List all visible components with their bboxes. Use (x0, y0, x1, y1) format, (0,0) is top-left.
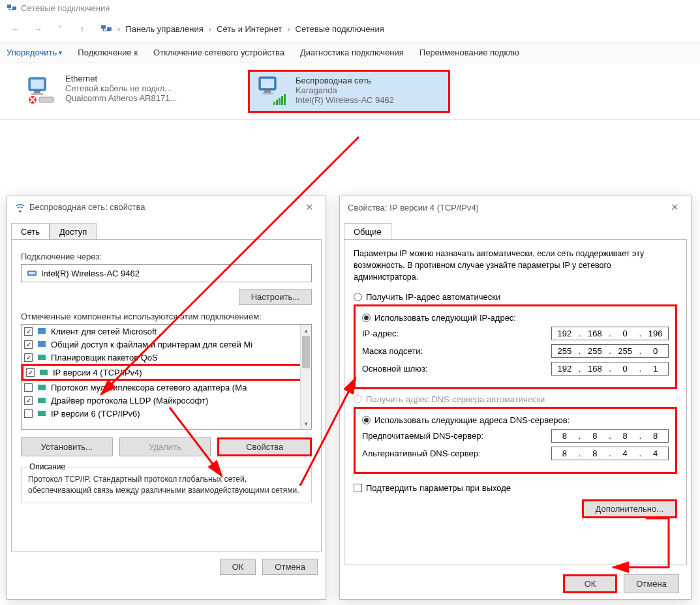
remove-button: Удалить (119, 437, 211, 456)
description-title: Описание (27, 462, 68, 471)
svg-rect-20 (29, 272, 35, 274)
auto-dns-radio: Получить адрес DNS-сервера автоматически (354, 394, 677, 404)
auto-ip-radio[interactable]: Получить IP-адрес автоматически (354, 292, 677, 302)
ok-button[interactable]: ОК (563, 574, 618, 593)
checkbox[interactable]: ✓ (24, 396, 33, 405)
gateway-label: Основной шлюз: (362, 364, 551, 374)
close-button[interactable]: ✕ (301, 201, 318, 213)
wifi-item[interactable]: Беспроводная сеть Karaganda Intel(R) Wir… (248, 70, 450, 113)
info-paragraph: Параметры IP можно назначать автоматичес… (354, 248, 677, 283)
cancel-button[interactable]: Отмена (624, 574, 679, 593)
dns1-input[interactable]: 8.8.8.8 (551, 429, 669, 443)
wifi-icon (15, 202, 25, 213)
dialog-title: Беспроводная сеть: свойства (29, 202, 145, 212)
svg-rect-22 (38, 341, 46, 347)
svg-rect-15 (276, 100, 278, 105)
svg-rect-14 (273, 102, 275, 105)
address-bar[interactable]: › Панель управления › Сеть и Интернет › … (95, 20, 693, 37)
connection-name: Ethernet (65, 74, 177, 83)
manual-dns-group: Использовать следующие адреса DNS-сервер… (354, 407, 677, 474)
checkbox[interactable]: ✓ (24, 340, 33, 349)
svg-rect-7 (31, 93, 43, 95)
device-field[interactable]: Intel(R) Wireless-AC 9462 (21, 264, 312, 282)
ip-label: IP-адрес: (362, 329, 551, 338)
svg-rect-0 (7, 5, 11, 8)
advanced-button[interactable]: Дополнительно... (582, 499, 677, 518)
connection-device: Intel(R) Wireless-AC 9462 (296, 95, 394, 105)
checkbox[interactable] (24, 383, 33, 392)
checkbox[interactable]: ✓ (26, 368, 35, 377)
breadcrumb-item[interactable]: Сеть и Интернет (217, 24, 282, 34)
forward-button[interactable]: → (29, 20, 47, 38)
components-list[interactable]: ✓Клиент для сетей Microsoft ✓Общий досту… (21, 324, 312, 430)
connection-status: Karaganda (296, 85, 394, 95)
connect-menu[interactable]: Подключение к (78, 48, 138, 57)
dns2-label: Альтернативный DNS-сервер: (362, 449, 551, 458)
dns2-input[interactable]: 8.8.4.4 (551, 447, 669, 460)
mask-label: Маска подсети: (362, 346, 551, 356)
ipv4-item: ✓IP версии 4 (TCP/IPv4) (22, 364, 311, 381)
ethernet-item[interactable]: Ethernet Сетевой кабель не подкл... Qual… (20, 70, 222, 113)
install-button[interactable]: Установить... (21, 437, 113, 456)
configure-button[interactable]: Настроить... (239, 289, 312, 305)
ipv4-properties-dialog: Свойства: IP версии 4 (TCP/IPv4) ✕ Общие… (339, 196, 692, 600)
disable-action[interactable]: Отключение сетевого устройства (153, 48, 284, 57)
tab-access[interactable]: Доступ (50, 223, 97, 240)
ip-input[interactable]: 192.168.0.196 (551, 327, 669, 340)
connections-list: Ethernet Сетевой кабель не подкл... Qual… (0, 63, 700, 119)
history-button[interactable]: ˅ (51, 20, 69, 38)
svg-rect-26 (38, 398, 46, 403)
svg-rect-23 (38, 355, 46, 360)
up-button[interactable]: ↑ (73, 20, 91, 38)
mask-input[interactable]: 255.255.255.0 (551, 344, 669, 358)
breadcrumb-item[interactable]: Панель управления (125, 24, 203, 34)
svg-rect-24 (40, 370, 48, 375)
svg-rect-25 (38, 385, 46, 390)
components-label: Отмеченные компоненты используются этим … (21, 312, 312, 321)
validate-checkbox[interactable]: Подтвердить параметры при выходе (354, 483, 677, 493)
manual-dns-radio[interactable]: Использовать следующие адреса DNS-сервер… (362, 415, 669, 425)
manual-ip-radio[interactable]: Использовать следующий IP-адрес: (362, 313, 669, 323)
checkbox[interactable] (24, 409, 33, 418)
protocol-icon (38, 367, 49, 377)
checkbox[interactable]: ✓ (24, 353, 33, 362)
protocol-icon (37, 382, 47, 392)
adapter-properties-dialog: Беспроводная сеть: свойства ✕ Сеть Досту… (7, 196, 326, 600)
wifi-icon (255, 76, 289, 107)
dns1-label: Предпочитаемый DNS-сервер: (362, 431, 551, 441)
checkbox[interactable]: ✓ (24, 327, 33, 336)
back-button[interactable]: ← (7, 20, 25, 38)
sharing-icon (37, 339, 47, 349)
svg-rect-17 (281, 96, 283, 105)
network-icon (7, 3, 17, 13)
gateway-input[interactable]: 192.168.0.1 (551, 362, 669, 376)
svg-rect-27 (38, 411, 46, 416)
properties-button[interactable]: Свойства (217, 437, 312, 456)
breadcrumb-item[interactable]: Сетевые подключения (296, 24, 384, 34)
tab-panel: Подключение через: Intel(R) Wireless-AC … (11, 239, 322, 552)
dialog-titlebar: Беспроводная сеть: свойства ✕ (7, 196, 326, 218)
device-name: Intel(R) Wireless-AC 9462 (41, 269, 140, 278)
close-button[interactable]: ✕ (667, 201, 683, 213)
diagnose-action[interactable]: Диагностика подключения (300, 48, 404, 57)
protocol-icon (37, 395, 47, 406)
navbar: ← → ˅ ↑ › Панель управления › Сеть и Инт… (0, 16, 700, 42)
tab-general[interactable]: Общие (344, 223, 391, 240)
connection-device: Qualcomm Atheros AR8171... (65, 93, 177, 103)
cancel-button[interactable]: Отмена (262, 559, 318, 575)
svg-rect-12 (264, 90, 271, 93)
tab-panel: Параметры IP можно назначать автоматичес… (344, 239, 687, 565)
protocol-icon (37, 408, 47, 419)
connect-label: Подключение через: (21, 252, 312, 261)
adapter-icon (27, 268, 37, 278)
scrollbar[interactable]: ▴▾ (300, 325, 311, 429)
ok-button[interactable]: ОК (220, 559, 256, 575)
rename-action[interactable]: Переименование подклю (419, 48, 519, 57)
svg-rect-5 (31, 80, 44, 89)
svg-rect-9 (39, 97, 53, 102)
qos-icon (37, 352, 47, 362)
organize-menu[interactable]: Упорядочить▾ (7, 48, 62, 57)
tab-network[interactable]: Сеть (11, 223, 50, 240)
window-title: Сетевые подключения (21, 3, 110, 13)
svg-rect-6 (34, 91, 40, 93)
